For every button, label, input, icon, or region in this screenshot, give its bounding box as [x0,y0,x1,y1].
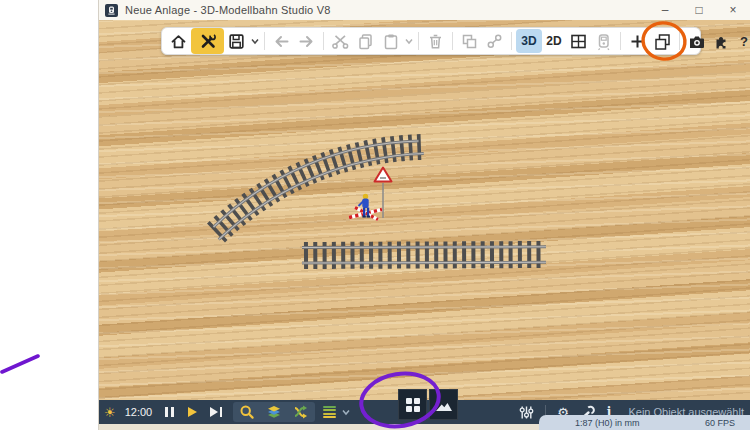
play-button[interactable] [188,407,197,417]
chevron-down-icon [341,407,351,417]
save-button[interactable] [224,29,249,53]
title-bar: Neue Anlage - 3D-Modellbahn Studio V8 – … [99,0,750,21]
help-button[interactable]: ? [734,29,750,53]
window-title: Neue Anlage - 3D-Modellbahn Studio V8 [125,4,331,16]
view-3d-button[interactable]: 3D [516,29,542,53]
train-logo-icon [107,6,116,15]
zoom-button[interactable] [239,404,255,420]
cascade-windows-icon [653,32,672,51]
grid-view-button[interactable] [398,389,427,420]
cut-button[interactable] [328,29,353,53]
layers-button[interactable] [266,404,282,420]
time-display: 12:00 [125,406,153,418]
view-2d-button[interactable]: 2D [542,29,566,53]
save-dropdown-chevron[interactable] [249,29,260,53]
scissors-icon [331,32,350,51]
arrow-left-icon [272,32,291,51]
add-button[interactable] [625,29,650,53]
toolbar-separator [264,32,265,50]
toolbar-separator [418,32,419,50]
split-view-button[interactable] [566,29,591,53]
tools-icon [199,32,217,50]
layers-icon [266,404,282,420]
new-window-button[interactable] [650,29,675,53]
mountain-icon [434,396,454,413]
close-button[interactable]: × [716,0,750,20]
paste-dropdown-chevron[interactable] [403,29,414,53]
list-button[interactable] [323,406,336,419]
properties-sliders-button[interactable] [519,405,534,420]
sliders-icon [519,405,534,420]
pause-button[interactable] [165,407,174,417]
scale-display: 1:87 (H0) in mm [575,418,640,428]
camera-icon [687,32,706,51]
copy-button[interactable] [353,29,378,53]
link-icon [485,32,504,51]
home-icon [169,32,188,51]
undo-button[interactable] [269,29,294,53]
plus-icon [628,32,647,51]
screenshot-stage: Neue Anlage - 3D-Modellbahn Studio V8 – … [0,0,750,430]
delete-button[interactable] [423,29,448,53]
grid-icon [406,398,420,412]
train-icon [594,32,613,51]
app-window: Neue Anlage - 3D-Modellbahn Studio V8 – … [98,0,750,430]
link-button[interactable] [482,29,507,53]
viewport-3d[interactable]: 3D 2D [99,20,750,430]
paste-icon [381,32,400,51]
toolbar-separator [511,32,512,50]
list-dropdown-chevron[interactable] [341,403,351,421]
terrain-button[interactable] [429,389,458,420]
purple-line-annotation [2,356,38,372]
fps-display: 60 FPS [705,418,735,428]
redo-button[interactable] [294,29,319,53]
worker-figure[interactable] [349,194,382,220]
maximize-button[interactable]: □ [682,0,716,20]
save-icon [227,32,246,51]
copy-icon [356,32,375,51]
toolbar-separator [679,32,680,50]
straight-track[interactable] [302,247,546,263]
step-forward-button[interactable] [210,407,222,417]
minimize-button[interactable]: – [648,0,682,20]
train-view-button[interactable] [591,29,616,53]
arrow-right-icon [297,32,316,51]
curved-track[interactable] [214,141,424,240]
puzzle-icon [712,32,731,51]
group-objects-icon [460,32,479,51]
paste-button[interactable] [378,29,403,53]
chevron-down-icon [250,36,260,46]
toolbar-separator [620,32,621,50]
window-controls: – □ × [648,0,750,20]
shuffle-icon [293,404,309,420]
toolbar-separator [452,32,453,50]
daylight-icon: ☀ [104,406,116,419]
random-button[interactable] [293,404,309,420]
plugin-puzzle-button[interactable] [709,29,734,53]
window-grid-icon [569,32,588,51]
screenshot-button[interactable] [684,29,709,53]
trash-icon [426,32,445,51]
main-toolbar: 3D 2D [161,27,701,55]
magnifier-icon [239,404,255,420]
status-pill: 1:87 (H0) in mm 60 FPS [539,415,750,430]
home-button[interactable] [166,29,191,53]
group-button[interactable] [457,29,482,53]
app-icon [105,4,118,17]
scene-layer [99,20,750,430]
tools-button[interactable] [191,28,224,54]
chevron-down-icon [404,36,414,46]
toolbar-separator [323,32,324,50]
view-tools-panel [233,402,315,422]
